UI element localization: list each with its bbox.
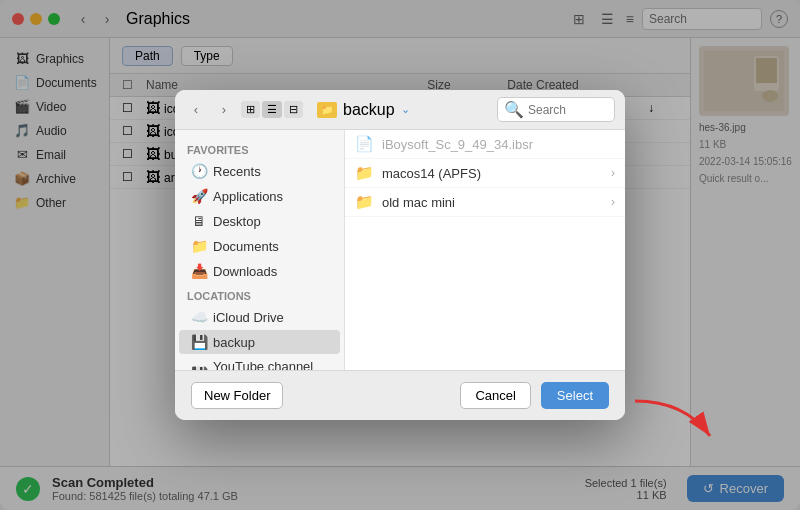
modal-forward-button[interactable]: › [213,99,235,121]
modal-file-list: 📄 iBoysoft_Sc_9_49_34.ibsr 📁 macos14 (AP… [345,130,625,370]
favorites-section-label: Favorites [175,138,344,158]
modal-sidebar-backup[interactable]: 💾 backup [179,330,340,354]
modal-sidebar: Favorites 🕐 Recents 🚀 Applications 🖥 Des… [175,130,345,370]
downloads-icon: 📥 [191,263,207,279]
modal-location-label: backup [343,101,395,119]
modal-view-buttons: ⊞ ☰ ⊟ [241,101,303,118]
folder-name-oldmac: old mac mini [382,195,455,210]
applications-icon: 🚀 [191,188,207,204]
modal-sidebar-youtube[interactable]: 💾 YouTube channel ba... [179,355,340,370]
select-button[interactable]: Select [541,382,609,409]
file-picker-modal: ‹ › ⊞ ☰ ⊟ 📁 backup ⌄ 🔍 Favorites [175,90,625,420]
locations-section-label: Locations [175,284,344,304]
modal-location: 📁 backup ⌄ [317,101,483,119]
modal-documents-icon: 📁 [191,238,207,254]
modal-documents-label: Documents [213,239,279,254]
modal-sidebar-applications[interactable]: 🚀 Applications [179,184,340,208]
modal-list-view-button[interactable]: ☰ [262,101,282,118]
folder-icon: 📁 [355,164,374,182]
backup-label: backup [213,335,255,350]
modal-overlay[interactable]: ‹ › ⊞ ☰ ⊟ 📁 backup ⌄ 🔍 Favorites [0,0,800,510]
modal-folder-row-oldmac[interactable]: 📁 old mac mini › [345,188,625,217]
backup-icon: 💾 [191,334,207,350]
modal-sidebar-desktop[interactable]: 🖥 Desktop [179,209,340,233]
modal-sidebar-documents[interactable]: 📁 Documents [179,234,340,258]
location-chevron-icon[interactable]: ⌄ [401,103,410,116]
modal-sidebar-icloud[interactable]: ☁️ iCloud Drive [179,305,340,329]
modal-columns-view-button[interactable]: ⊟ [284,101,303,118]
file-name: iBoysoft_Sc_9_49_34.ibsr [382,137,533,152]
modal-body: Favorites 🕐 Recents 🚀 Applications 🖥 Des… [175,130,625,370]
modal-search-input[interactable] [528,103,608,117]
modal-footer-actions: Cancel Select [460,382,609,409]
modal-sidebar-recents[interactable]: 🕐 Recents [179,159,340,183]
modal-footer: New Folder Cancel Select [175,370,625,420]
chevron-right-icon: › [611,166,615,180]
chevron-right-icon-2: › [611,195,615,209]
recents-label: Recents [213,164,261,179]
applications-label: Applications [213,189,283,204]
desktop-label: Desktop [213,214,261,229]
icloud-icon: ☁️ [191,309,207,325]
desktop-icon: 🖥 [191,213,207,229]
recents-icon: 🕐 [191,163,207,179]
downloads-label: Downloads [213,264,277,279]
modal-back-button[interactable]: ‹ [185,99,207,121]
modal-folder-row-macos[interactable]: 📁 macos14 (APFS) › [345,159,625,188]
folder-name-macos: macos14 (APFS) [382,166,481,181]
modal-search-box[interactable]: 🔍 [497,97,615,122]
modal-sidebar-downloads[interactable]: 📥 Downloads [179,259,340,283]
youtube-icon: 💾 [191,366,207,370]
folder-icon-2: 📁 [355,193,374,211]
modal-toolbar: ‹ › ⊞ ☰ ⊟ 📁 backup ⌄ 🔍 [175,90,625,130]
youtube-label: YouTube channel ba... [213,359,328,370]
new-folder-button[interactable]: New Folder [191,382,283,409]
icloud-label: iCloud Drive [213,310,284,325]
modal-icon-view-button[interactable]: ⊞ [241,101,260,118]
folder-badge-icon: 📁 [317,102,337,118]
file-icon: 📄 [355,135,374,153]
modal-search-icon: 🔍 [504,100,524,119]
modal-file-row[interactable]: 📄 iBoysoft_Sc_9_49_34.ibsr [345,130,625,159]
cancel-button[interactable]: Cancel [460,382,530,409]
